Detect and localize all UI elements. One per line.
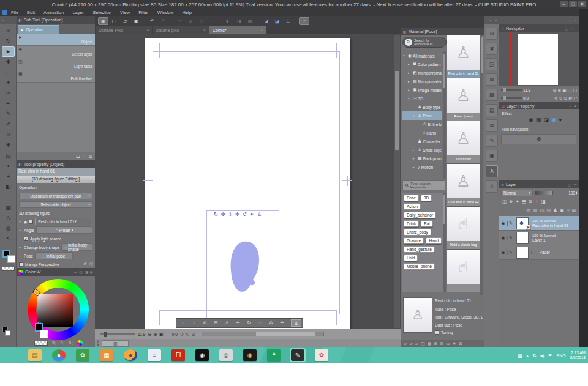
brush-tool[interactable]: ✐ bbox=[2, 119, 15, 130]
layer-row[interactable]: ◉ ✎ ✖ ▢ 100 % Normal Layer 1 bbox=[499, 231, 579, 245]
firefox-icon[interactable]: ● bbox=[124, 349, 137, 361]
saturation-spinner[interactable]: 0 ▴▾ bbox=[61, 341, 65, 345]
value-spinner[interactable]: 0 ▴▾ bbox=[69, 341, 73, 345]
tree-expander-icon[interactable]: ▾ bbox=[413, 114, 417, 117]
list-view-icon[interactable]: ≣ bbox=[440, 341, 443, 346]
fill-enclose-button[interactable]: ▩ bbox=[245, 17, 255, 25]
undo-button[interactable]: ↶ bbox=[147, 17, 157, 25]
maximize-button[interactable]: □ bbox=[569, 1, 577, 7]
menu-item[interactable]: Animation bbox=[43, 10, 64, 15]
layer-property-header[interactable]: ◪ Layer Property ✦▲ bbox=[499, 102, 579, 109]
reset-rotation-icon[interactable]: ⊙ bbox=[192, 332, 195, 337]
opacity-value[interactable]: 100 ▴▾ bbox=[568, 191, 577, 195]
invert-selection-button[interactable]: ◇ bbox=[196, 17, 206, 25]
joint-lock-button[interactable]: ⁂ bbox=[266, 319, 276, 327]
photo-app-icon[interactable]: ✿ bbox=[76, 349, 89, 361]
hangouts-icon[interactable]: ❝ bbox=[267, 349, 281, 361]
auto-select-tool[interactable]: ✦ bbox=[2, 78, 15, 88]
fill-tool[interactable]: ◕ bbox=[2, 171, 15, 182]
tree-expander-icon[interactable]: ▸ bbox=[413, 148, 417, 152]
help-button[interactable]: ? bbox=[299, 17, 309, 25]
rgb-mode-icon[interactable] bbox=[77, 340, 83, 346]
initial-pose-button[interactable]: ◌ Initial pose bbox=[35, 252, 73, 259]
delete-layer-icon[interactable]: ⊠ bbox=[572, 207, 576, 213]
text-tool[interactable]: A bbox=[2, 213, 15, 223]
scrollbar-thumb[interactable] bbox=[395, 71, 399, 150]
new-vector-layer-icon[interactable]: ▥ bbox=[533, 207, 537, 213]
subtool-item[interactable]: ► Object bbox=[17, 34, 95, 46]
color-wheel-header[interactable]: Color W ≔◫◨▤ bbox=[17, 268, 95, 276]
panel-tab-icon[interactable]: ◫ bbox=[568, 182, 571, 187]
folder-pose[interactable]: ♙ bbox=[486, 165, 498, 177]
lock-layer-icon[interactable]: ⬒ bbox=[522, 199, 526, 204]
detail-view-icon[interactable]: ▭ bbox=[446, 341, 450, 346]
material-tree-item[interactable]: ▸ ✖ Color pattern bbox=[402, 60, 442, 69]
canvas-viewport[interactable]: ↻✥⇕✛↺☀♙ ‹›✍⊞♙✛↻◌⁂✢♟ bbox=[95, 34, 401, 329]
subtool-panel-header[interactable]: ◧ Sub Tool [Operation] bbox=[17, 16, 95, 24]
add-subtool-icon[interactable]: ▢ bbox=[83, 154, 87, 159]
material-thumbnail[interactable]: ♙ Relax (man) bbox=[447, 78, 480, 121]
collapse-dock-icon[interactable]: » bbox=[494, 18, 497, 23]
navigator-preview[interactable] bbox=[499, 32, 579, 86]
camera-pan-icon[interactable]: ✥ bbox=[221, 212, 225, 217]
subtract-icon[interactable]: ⊖ bbox=[509, 199, 513, 204]
zoom-in-icon[interactable]: ⊕ bbox=[153, 332, 157, 337]
subtool-item[interactable]: ❖ Select layer bbox=[17, 46, 95, 58]
toolbar-dock-header[interactable]: « bbox=[0, 16, 16, 24]
figure-tool[interactable]: ◿ bbox=[2, 192, 15, 202]
transfer-down-icon[interactable]: ◎ bbox=[547, 207, 551, 213]
scale-rotate-button[interactable]: ◧ bbox=[223, 17, 233, 25]
settings-icon[interactable]: ⬡ bbox=[89, 262, 93, 267]
rotate-left-icon[interactable]: ↺ bbox=[180, 332, 184, 337]
folder-color-pattern[interactable]: ✖ bbox=[486, 43, 498, 55]
folder-frame-template[interactable]: ≋ bbox=[486, 119, 498, 132]
close-button[interactable]: ✕ bbox=[578, 1, 586, 7]
material-tree-item[interactable]: ▸ ♗ Small object bbox=[402, 146, 442, 154]
move-layer-tool[interactable]: ✥ bbox=[2, 57, 15, 67]
menu-item[interactable]: Layer bbox=[72, 10, 84, 15]
folder-manga-material[interactable]: ▤ bbox=[486, 104, 498, 116]
light-source-icon[interactable]: ☀ bbox=[250, 212, 254, 217]
menu-item[interactable]: View bbox=[120, 10, 130, 15]
canvas-horizontal-scrollbar[interactable] bbox=[202, 332, 324, 336]
tag-pill[interactable]: Hand bbox=[426, 237, 442, 244]
action-center-icon[interactable]: ⚑ bbox=[548, 353, 552, 358]
material-tree-item[interactable]: ▸ ♪ Motion bbox=[402, 163, 442, 171]
folder-gradient[interactable]: ◲ bbox=[486, 58, 498, 70]
figure-checkbox[interactable] bbox=[29, 220, 33, 224]
pose-icon[interactable]: ♙ bbox=[257, 212, 262, 217]
delete-material-icon[interactable]: ⊠ bbox=[459, 341, 462, 346]
new-raster-layer-icon[interactable]: ▤ bbox=[526, 207, 530, 213]
collapse-dock-icon[interactable]: › bbox=[489, 18, 491, 23]
navigator-zoom-slider[interactable] bbox=[501, 89, 522, 91]
zoom-in-icon[interactable]: ⊕ bbox=[557, 88, 561, 93]
figure-dropdown[interactable]: Rest chin in hand 01 ▾ bbox=[35, 218, 92, 225]
merge-icon[interactable]: ▣ bbox=[560, 207, 564, 213]
folder-image-material[interactable]: ✎ bbox=[486, 135, 498, 147]
mini-sub-color[interactable] bbox=[5, 330, 10, 336]
expression-color-icon[interactable]: ◪ bbox=[543, 117, 549, 123]
dock-icon[interactable]: ◧ bbox=[18, 162, 22, 166]
expand-icon[interactable]: + bbox=[19, 245, 22, 249]
fit-screen-icon[interactable]: ▣ bbox=[159, 332, 164, 337]
eraser-tool[interactable]: ◱ bbox=[2, 150, 15, 161]
show-hidden-icons[interactable]: ▴ bbox=[526, 353, 529, 358]
reset-rotation-icon[interactable]: ⊙ bbox=[564, 96, 567, 101]
material-thumbnail[interactable]: ♙ Touch hair bbox=[447, 121, 480, 164]
tag-pill[interactable]: 3D bbox=[421, 195, 432, 201]
toning-checkbox[interactable] bbox=[435, 330, 439, 335]
tone-icon[interactable]: ▩ bbox=[536, 117, 541, 123]
hue-spinner[interactable]: 3 ▴▾ bbox=[52, 341, 56, 345]
tag-pill[interactable]: Drink bbox=[404, 220, 419, 227]
zoom-out-icon[interactable]: ⊖ bbox=[148, 332, 151, 337]
panel-tab-icon[interactable]: ↕ bbox=[575, 26, 577, 31]
eye-icon[interactable]: ◉ bbox=[499, 221, 508, 226]
eye-icon[interactable]: ◉ bbox=[499, 236, 508, 240]
operation-tool[interactable]: ► bbox=[2, 46, 15, 57]
scrollbar-thumb[interactable] bbox=[256, 332, 315, 336]
visibility-eye-icon[interactable]: ◉ bbox=[24, 220, 27, 224]
tree-expander-icon[interactable]: ▾ bbox=[403, 54, 407, 58]
timeline-button[interactable]: ▥ bbox=[102, 340, 129, 347]
reselect-button[interactable]: ⊕ bbox=[185, 17, 195, 25]
folder-pose-hand[interactable]: ♙ bbox=[486, 180, 498, 193]
